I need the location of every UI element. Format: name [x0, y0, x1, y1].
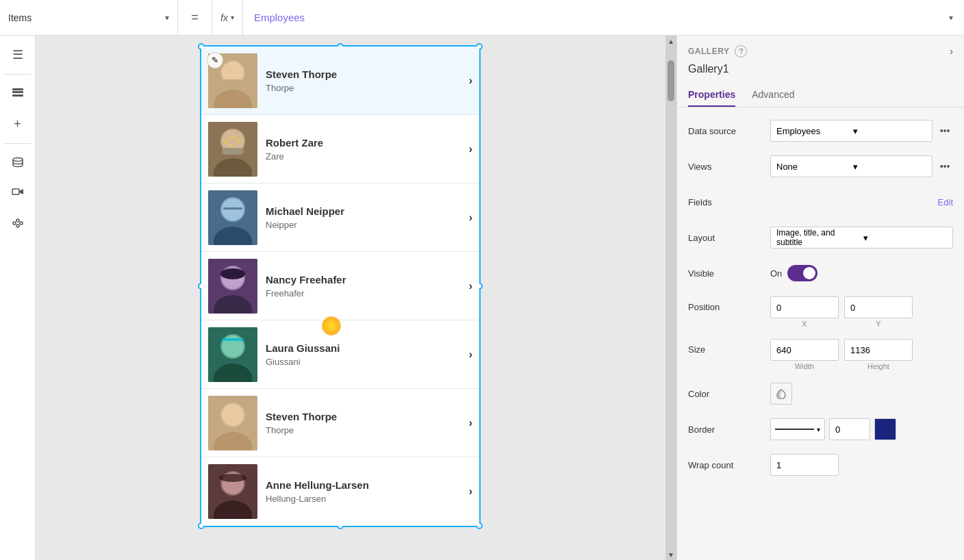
right-panel: GALLERY ? › Gallery1 Properties Advanced… — [676, 36, 964, 560]
gallery-text-5: Laura Giussani Giussani — [266, 342, 461, 367]
gallery-name-5: Laura Giussani — [266, 342, 461, 354]
datasource-more-icon[interactable]: ••• — [937, 123, 953, 139]
wrap-count-label: Wrap count — [688, 460, 770, 470]
avatar-2 — [208, 122, 257, 177]
border-inputs: ▾ 0 — [770, 418, 953, 440]
gallery-item-3[interactable]: Michael Neipper Neipper › — [201, 183, 479, 252]
gallery-text-7: Anne Hellung-Larsen Hellung-Larsen — [266, 479, 461, 504]
fields-control: Edit — [770, 197, 953, 207]
scrollbar-thumb[interactable] — [668, 60, 674, 101]
scroll-down-arrow[interactable]: ▼ — [665, 549, 676, 560]
gallery-text-6: Steven Thorpe Thorpe — [266, 411, 461, 435]
datasource-label: Data source — [688, 126, 770, 136]
formula-chevron-icon: ▾ — [949, 13, 953, 23]
border-line-dropdown[interactable]: ▾ — [770, 418, 825, 440]
panel-body: Data source Employees ▾ ••• Views None ▾ — [677, 107, 964, 560]
color-swatch[interactable] — [770, 383, 792, 405]
prop-views: Views None ▾ ••• — [688, 154, 953, 179]
views-dropdown[interactable]: None ▾ — [770, 155, 933, 177]
size-height-wrap: Height — [844, 339, 913, 370]
gallery-item-4[interactable]: Nancy Freehafer Freehafer › — [201, 252, 479, 320]
prop-position: Position X Y — [688, 296, 953, 328]
prop-fields: Fields Edit — [688, 190, 953, 214]
gallery-name-4: Nancy Freehafer — [266, 274, 461, 285]
tab-properties[interactable]: Properties — [688, 84, 735, 107]
wrap-count-input[interactable] — [770, 454, 839, 476]
gallery-sub-4: Freehafer — [266, 288, 461, 298]
gallery-arrow-6: › — [469, 417, 472, 429]
size-label: Size — [688, 339, 770, 355]
svg-point-19 — [227, 138, 230, 140]
sidebar-icon-database[interactable] — [4, 149, 31, 177]
gallery-sub-2: Zare — [266, 151, 461, 162]
gallery-text-3: Michael Neipper Neipper — [266, 205, 461, 230]
position-control: X Y — [770, 296, 953, 328]
visible-toggle-container: On — [770, 265, 953, 281]
size-height-input[interactable] — [844, 339, 913, 361]
avatar-3 — [208, 190, 257, 245]
gallery-arrow-5: › — [469, 348, 472, 361]
avatar-4 — [208, 259, 257, 314]
gallery-arrow-3: › — [469, 212, 472, 224]
position-y-label: Y — [844, 320, 913, 328]
canvas-scrollbar[interactable]: ▲ ▼ — [665, 36, 676, 560]
svg-rect-2 — [12, 88, 23, 90]
avatar-5 — [208, 327, 257, 382]
border-line-preview — [775, 429, 814, 430]
datasource-chevron-icon: ▾ — [853, 126, 927, 136]
size-width-label: Width — [770, 362, 839, 370]
left-sidebar: ☰ + — [0, 36, 36, 560]
fx-label: fx ▾ — [220, 12, 234, 23]
gallery-item-2[interactable]: Robert Zare Zare › — [201, 115, 479, 183]
position-y-input[interactable] — [844, 296, 913, 318]
sidebar-icon-layers[interactable] — [4, 80, 31, 107]
fx-area[interactable]: fx ▾ — [212, 0, 243, 35]
gallery-text-4: Nancy Freehafer Freehafer — [266, 274, 461, 298]
help-icon[interactable]: ? — [735, 45, 747, 58]
gallery-widget: ✎ Steven Thorpe Thorpe › — [200, 45, 481, 527]
layout-dropdown[interactable]: Image, title, and subtitle ▾ — [770, 227, 953, 249]
svg-rect-18 — [222, 148, 244, 155]
position-x-input[interactable] — [770, 296, 839, 318]
visible-toggle-label: On — [770, 268, 782, 279]
gallery-item-7[interactable]: Anne Hellung-Larsen Hellung-Larsen › — [201, 457, 479, 526]
svg-rect-13 — [222, 79, 244, 86]
fields-edit-link[interactable]: Edit — [938, 197, 953, 207]
sidebar-icon-tools[interactable] — [4, 209, 31, 237]
visible-toggle[interactable] — [787, 265, 817, 281]
position-inputs: X Y — [770, 296, 913, 328]
canvas-area[interactable]: ✎ Steven Thorpe Thorpe › — [36, 36, 665, 560]
expand-icon[interactable]: › — [950, 46, 953, 57]
views-chevron-icon: ▾ — [853, 162, 927, 172]
toggle-knob — [803, 267, 815, 279]
svg-point-5 — [13, 222, 16, 225]
svg-point-7 — [20, 222, 23, 225]
gallery-item-1[interactable]: ✎ Steven Thorpe Thorpe › — [201, 47, 479, 115]
gallery-item-5[interactable]: Laura Giussani Giussani › — [201, 320, 479, 389]
svg-point-6 — [16, 219, 19, 222]
gallery-arrow-2: › — [469, 143, 472, 155]
position-x-wrap: X — [770, 296, 839, 328]
svg-point-33 — [220, 268, 245, 279]
gallery-arrow-1: › — [469, 75, 472, 87]
gallery-arrow-4: › — [469, 280, 472, 292]
sidebar-icon-hamburger[interactable]: ☰ — [4, 41, 31, 68]
border-color-swatch[interactable] — [874, 418, 896, 440]
scroll-up-arrow[interactable]: ▲ — [665, 36, 676, 47]
tab-advanced[interactable]: Advanced — [752, 84, 794, 107]
border-width-input[interactable]: 0 — [829, 418, 870, 440]
sidebar-icon-media[interactable] — [4, 179, 31, 207]
size-width-input[interactable] — [770, 339, 839, 361]
edit-pencil-icon[interactable]: ✎ — [207, 52, 223, 68]
position-x-label: X — [770, 320, 839, 328]
sidebar-icon-add[interactable]: + — [4, 110, 31, 138]
sidebar-separator-2 — [3, 143, 31, 144]
datasource-dropdown[interactable]: Employees ▾ — [770, 120, 933, 142]
equals-sign: = — [178, 0, 212, 35]
views-more-icon[interactable]: ••• — [937, 158, 953, 175]
prop-layout: Layout Image, title, and subtitle ▾ — [688, 225, 953, 250]
items-dropdown[interactable]: Items ▾ — [0, 0, 178, 35]
border-control: ▾ 0 — [770, 418, 953, 440]
gallery-item-6[interactable]: Steven Thorpe Thorpe › — [201, 389, 479, 457]
formula-bar[interactable]: Employees ▾ — [243, 12, 964, 23]
